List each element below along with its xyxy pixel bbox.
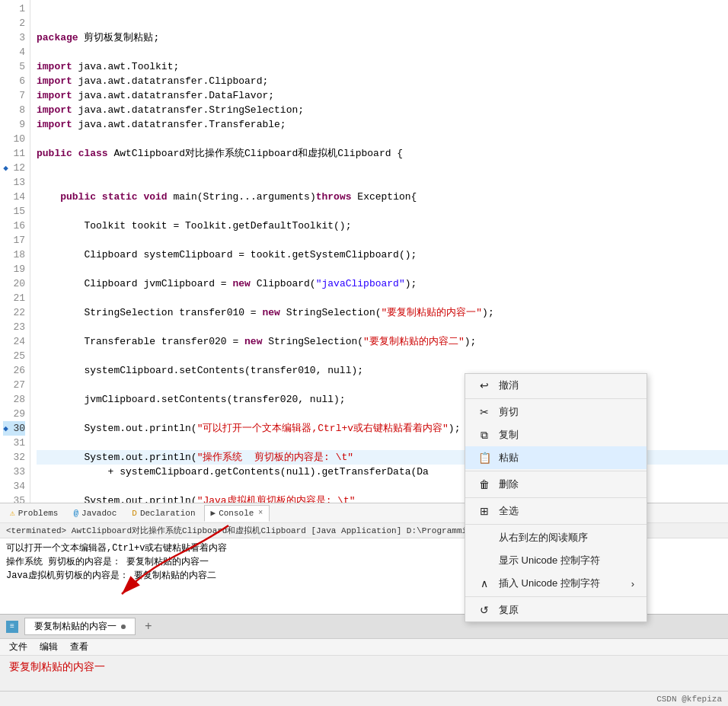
line-number-10: 10 [3, 132, 25, 146]
line-number-25: 25 [3, 349, 25, 363]
code-line-15 [37, 233, 728, 248]
code-line-1: package 剪切板复制粘贴; [37, 30, 728, 45]
line-number-13: 13 [3, 175, 25, 190]
tab-javadoc[interactable]: @Javadoc [66, 505, 123, 522]
status-bar: CSDN @kfepiza [0, 691, 728, 706]
code-line-18: Clipboard jvmClipboard = new Clipboard("… [37, 276, 728, 291]
code-line-5: import java.awt.datatransfer.DataFlavor; [37, 88, 728, 103]
paste-ctx-icon: 📋 [477, 452, 491, 464]
ctx-item-cut[interactable]: ✂剪切 [465, 401, 647, 423]
notepad-menu-编辑[interactable]: 编辑 [40, 641, 58, 653]
code-line-6: import java.awt.datatransfer.StringSelec… [37, 103, 728, 117]
line-number-34: 34 [3, 479, 25, 494]
ctx-item-copy[interactable]: ⧉复制 [465, 423, 647, 446]
code-line-23 [37, 349, 728, 363]
line-number-28: 28 [3, 392, 25, 407]
javadoc-tab-label: Javadoc [81, 509, 117, 518]
code-line-22: Transferable transfer020 = new StringSel… [37, 334, 728, 349]
code-line-19 [37, 291, 728, 305]
notepad-menubar: 文件编辑查看 [0, 639, 728, 656]
line-number-1: 1 [3, 2, 25, 16]
line-number-31: 31 [3, 436, 25, 450]
ctx-item-rtl[interactable]: 从右到左的阅读顺序 [465, 526, 647, 549]
ctx-separator [465, 524, 647, 525]
line-number-9: 9 [3, 117, 25, 132]
line-number-32: 32 [3, 450, 25, 465]
line-number-8: 8 [3, 103, 25, 117]
line-number-22: 22 [3, 305, 25, 320]
selectall-ctx-icon: ⊞ [477, 505, 491, 517]
line-number-19: 19 [3, 262, 25, 276]
line-number-26: 26 [3, 363, 25, 378]
code-line-13 [37, 204, 728, 219]
ctx-separator [465, 398, 647, 399]
unicode-insert-ctx-icon: ∧ [477, 577, 491, 589]
line-number-12: ◆ 12 [3, 161, 25, 175]
rtl-ctx-label: 从右到左的阅读顺序 [499, 531, 588, 545]
problems-tab-label: Problems [18, 509, 59, 518]
line-number-21: 21 [3, 291, 25, 305]
unicode-insert-ctx-arrow: › [631, 578, 634, 589]
status-text: CSDN @kfepiza [656, 695, 722, 704]
line-number-24: 24 [3, 334, 25, 349]
line-number-7: 7 [3, 88, 25, 103]
paste-ctx-label: 粘贴 [499, 451, 519, 465]
line-number-15: 15 [3, 204, 25, 219]
cut-ctx-label: 剪切 [499, 405, 519, 419]
restore-ctx-icon: ↺ [477, 604, 491, 616]
javadoc-tab-icon: @ [73, 509, 78, 518]
console-tab-icon: ▶ [211, 508, 216, 518]
tab-declaration[interactable]: DDeclaration [125, 505, 202, 522]
console-tab-close[interactable]: × [258, 509, 263, 517]
code-line-17 [37, 262, 728, 276]
ctx-separator [465, 497, 647, 498]
line-number-35: 35 [3, 494, 25, 503]
code-line-21 [37, 320, 728, 334]
notepad-tab-title: 要复制粘贴的内容一 [34, 620, 117, 633]
code-line-10 [37, 161, 728, 175]
ctx-item-unicode-insert[interactable]: ∧插入 Unicode 控制字符› [465, 572, 647, 595]
line-number-33: 33 [3, 465, 25, 479]
notepad-add-tab[interactable]: + [142, 620, 155, 634]
line-number-3: 3 [3, 30, 25, 45]
ctx-item-selectall[interactable]: ⊞全选 [465, 500, 647, 522]
console-tab-label: Console [219, 509, 254, 518]
tab-console[interactable]: ▶Console× [204, 505, 270, 522]
notepad-menu-查看[interactable]: 查看 [70, 641, 88, 653]
selectall-ctx-label: 全选 [499, 504, 519, 518]
line-number-14: 14 [3, 190, 25, 204]
line-number-6: 6 [3, 74, 25, 88]
line-number-20: 20 [3, 276, 25, 291]
line-number-29: 29 [3, 407, 25, 421]
code-line-2 [37, 45, 728, 59]
code-line-7: import java.awt.datatransfer.Transferabl… [37, 117, 728, 132]
notepad-menu-文件[interactable]: 文件 [9, 641, 27, 653]
tab-problems[interactable]: ⚠Problems [3, 505, 65, 522]
line-numbers: 1234567891011◆ 1213141516171819202122232… [0, 0, 30, 503]
copy-ctx-icon: ⧉ [477, 429, 491, 442]
delete-ctx-label: 删除 [499, 478, 519, 491]
line-number-17: 17 [3, 233, 25, 248]
ctx-item-unicode-show[interactable]: 显示 Unicode 控制字符 [465, 549, 647, 572]
notepad-tab[interactable]: 要复制粘贴的内容一 [24, 618, 136, 635]
ctx-separator [465, 471, 647, 471]
notepad-content-text: 要复制粘贴的内容一 [0, 656, 728, 679]
cut-ctx-icon: ✂ [477, 406, 491, 418]
line-number-23: 23 [3, 320, 25, 334]
line-number-2: 2 [3, 16, 25, 30]
ctx-item-restore[interactable]: ↺复原 [465, 599, 647, 621]
code-line-20: StringSelection transfer010 = new String… [37, 305, 728, 320]
delete-ctx-icon: 🗑 [477, 478, 491, 490]
line-number-4: 4 [3, 45, 25, 59]
line-number-5: 5 [3, 59, 25, 74]
unicode-insert-ctx-label: 插入 Unicode 控制字符 [499, 577, 600, 590]
code-line-14: Toolkit tookit = Toolkit.getDefaultToolk… [37, 219, 728, 233]
ctx-item-paste[interactable]: 📋粘贴 [465, 446, 647, 469]
ctx-item-delete[interactable]: 🗑删除 [465, 473, 647, 496]
ctx-item-undo[interactable]: ↩撤消 [465, 374, 647, 397]
code-line-4: import java.awt.datatransfer.Clipboard; [37, 74, 728, 88]
line-number-11: 11 [3, 146, 25, 161]
declaration-tab-label: Declaration [140, 509, 196, 518]
notepad-modified-dot [121, 625, 126, 629]
code-line-11 [37, 175, 728, 190]
